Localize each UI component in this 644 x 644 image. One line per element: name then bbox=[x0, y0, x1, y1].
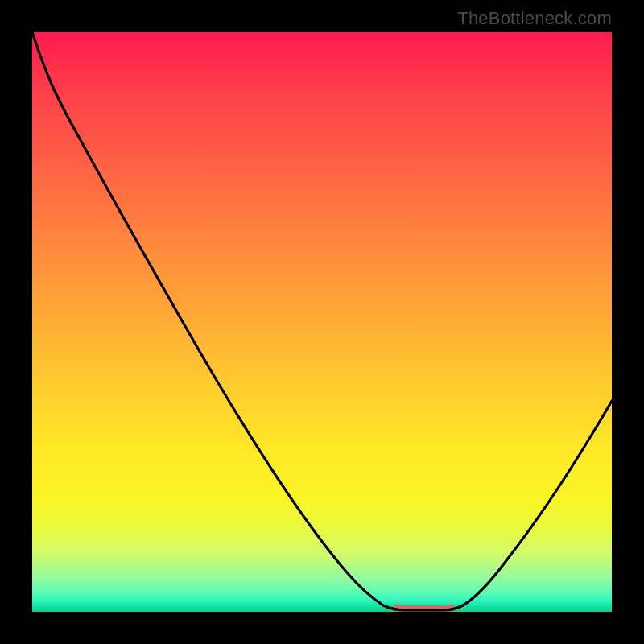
chart-svg bbox=[32, 32, 612, 612]
plot-area bbox=[32, 32, 612, 612]
optimal-band-line bbox=[396, 608, 452, 609]
watermark-text: TheBottleneck.com bbox=[457, 8, 612, 29]
bottleneck-curve bbox=[32, 32, 612, 610]
chart-frame: TheBottleneck.com bbox=[0, 0, 644, 644]
